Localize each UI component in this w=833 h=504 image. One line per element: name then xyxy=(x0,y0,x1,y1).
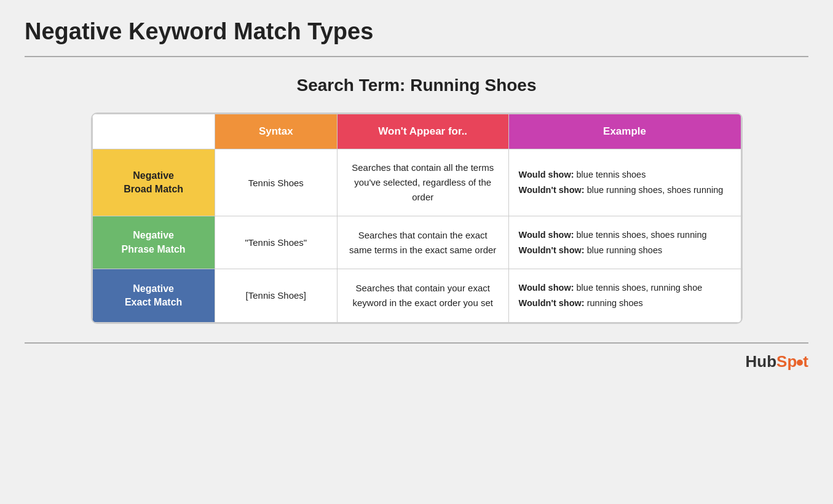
bottom-divider xyxy=(25,342,808,344)
wont-exact: Searches that contain your exact keyword… xyxy=(337,269,508,322)
col-header-example: Example xyxy=(508,114,741,149)
would-show-value-broad: blue tennis shoes xyxy=(577,170,646,179)
type-broad: NegativeBroad Match xyxy=(92,149,215,216)
hubspot-dot xyxy=(797,360,803,366)
wont-broad: Searches that contain all the terms you'… xyxy=(337,149,508,216)
syntax-broad: Tennis Shoes xyxy=(215,149,337,216)
wouldnt-show-value-phrase: blue running shoes xyxy=(587,245,663,255)
example-phrase: Would show: blue tennis shoes, shoes run… xyxy=(508,216,741,269)
syntax-exact: [Tennis Shoes] xyxy=(215,269,337,322)
col-header-type xyxy=(92,114,215,149)
hubspot-spot: Sp xyxy=(776,352,797,371)
search-term-heading: Search Term: Running Shoes xyxy=(25,76,808,95)
type-phrase: NegativePhrase Match xyxy=(92,216,215,269)
would-show-value-exact: blue tennis shoes, running shoe xyxy=(577,283,703,293)
would-show-label-phrase: Would show: xyxy=(519,230,574,240)
match-types-table: Syntax Won't Appear for.. Example Negati… xyxy=(91,112,743,324)
table-row: NegativeBroad Match Tennis Shoes Searche… xyxy=(92,149,741,216)
col-header-syntax: Syntax xyxy=(215,114,337,149)
wouldnt-show-label-exact: Wouldn't show: xyxy=(519,298,585,308)
would-show-label: Would show: xyxy=(519,170,574,179)
hubspot-logo: HubSpt xyxy=(25,352,808,371)
table-row: NegativePhrase Match "Tennis Shoes" Sear… xyxy=(92,216,741,269)
wouldnt-show-value-exact: running shoes xyxy=(587,298,643,308)
wouldnt-show-label: Wouldn't show: xyxy=(519,185,585,195)
title-divider xyxy=(25,56,808,57)
page-title: Negative Keyword Match Types xyxy=(25,18,808,45)
col-header-wont: Won't Appear for.. xyxy=(337,114,508,149)
type-exact: NegativeExact Match xyxy=(92,269,215,322)
hubspot-hub: Hub xyxy=(746,352,777,371)
example-broad: Would show: blue tennis shoes Wouldn't s… xyxy=(508,149,741,216)
would-show-value-phrase: blue tennis shoes, shoes running xyxy=(577,230,707,240)
hubspot-t: t xyxy=(803,352,808,371)
syntax-phrase: "Tennis Shoes" xyxy=(215,216,337,269)
wouldnt-show-value-broad: blue running shoes, shoes running xyxy=(587,185,724,195)
example-exact: Would show: blue tennis shoes, running s… xyxy=(508,269,741,322)
would-show-label-exact: Would show: xyxy=(519,283,574,293)
wont-phrase: Searches that contain the exact same ter… xyxy=(337,216,508,269)
table-row: NegativeExact Match [Tennis Shoes] Searc… xyxy=(92,269,741,322)
wouldnt-show-label-phrase: Wouldn't show: xyxy=(519,245,585,255)
